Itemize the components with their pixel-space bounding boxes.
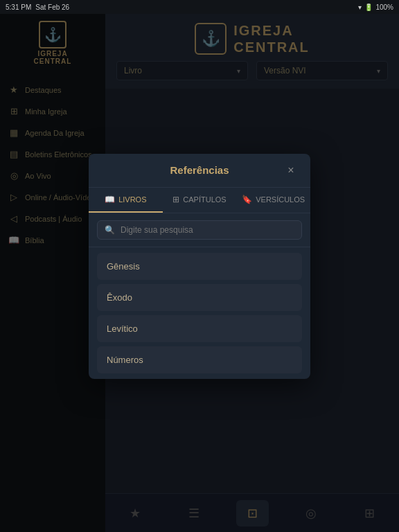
- modal-tabs: 📖 LIVROS ⊞ CAPÍTULOS 🔖 VERSÍCULOS: [89, 188, 310, 213]
- book-list: Gênesis Êxodo Levítico Números: [89, 247, 310, 379]
- referencias-modal: Referências × 📖 LIVROS ⊞ CAPÍTULOS 🔖 VER…: [89, 154, 310, 379]
- capitulos-tab-icon: ⊞: [172, 195, 179, 204]
- book-numeros: Números: [107, 355, 143, 365]
- list-item[interactable]: Êxodo: [97, 284, 302, 311]
- search-input[interactable]: [121, 225, 294, 235]
- book-genesis: Gênesis: [107, 261, 140, 272]
- status-time: 5:31 PM: [6, 3, 31, 11]
- battery-level: 100%: [375, 3, 393, 11]
- status-right: ▾ 🔋 100%: [358, 3, 393, 11]
- livros-tab-icon: 📖: [105, 195, 115, 204]
- tab-livros-label: LIVROS: [118, 195, 146, 204]
- book-levitico: Levítico: [107, 323, 138, 334]
- battery-icon: 🔋: [364, 3, 373, 11]
- list-item[interactable]: Números: [97, 346, 302, 373]
- modal-title: Referências: [116, 164, 283, 176]
- modal-search: 🔍: [89, 213, 310, 247]
- status-left: 5:31 PM Sat Feb 26: [6, 3, 69, 11]
- tab-versiculos[interactable]: 🔖 VERSÍCULOS: [236, 188, 310, 213]
- tab-capitulos[interactable]: ⊞ CAPÍTULOS: [163, 188, 237, 213]
- wifi-icon: ▾: [358, 3, 362, 11]
- modal-overlay[interactable]: Referências × 📖 LIVROS ⊞ CAPÍTULOS 🔖 VER…: [0, 0, 399, 532]
- versiculos-tab-icon: 🔖: [242, 195, 252, 204]
- tab-capitulos-label: CAPÍTULOS: [183, 195, 226, 204]
- tab-versiculos-label: VERSÍCULOS: [256, 195, 305, 204]
- book-exodo: Êxodo: [107, 292, 132, 303]
- list-item[interactable]: Levítico: [97, 315, 302, 342]
- modal-close-button[interactable]: ×: [283, 162, 299, 179]
- status-date: Sat Feb 26: [35, 3, 69, 11]
- modal-header: Referências ×: [89, 154, 310, 188]
- status-bar: 5:31 PM Sat Feb 26 ▾ 🔋 100%: [0, 0, 399, 14]
- tab-livros[interactable]: 📖 LIVROS: [89, 188, 163, 213]
- search-wrapper: 🔍: [97, 220, 302, 240]
- list-item[interactable]: Gênesis: [97, 253, 302, 280]
- search-icon: 🔍: [105, 225, 115, 235]
